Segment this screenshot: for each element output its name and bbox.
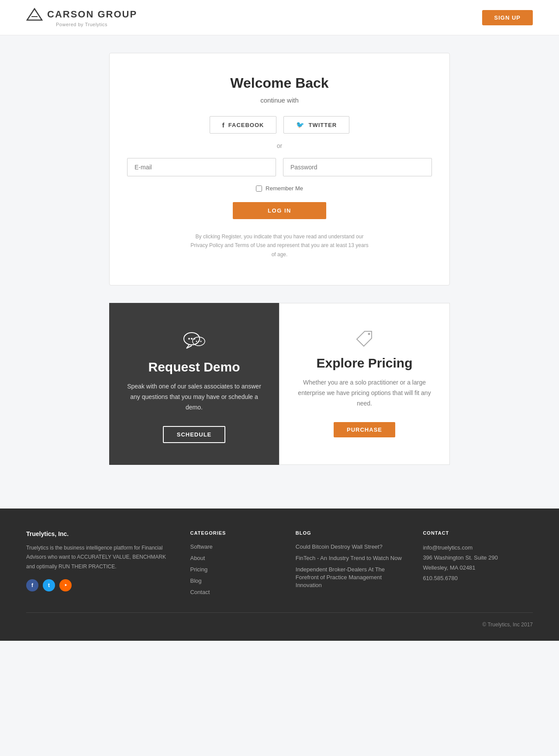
twitter-icon: 🐦 — [296, 121, 305, 129]
social-buttons: f FACEBOOK 🐦 TWITTER — [127, 116, 432, 134]
blog-link-2[interactable]: FinTech - An Industry Trend to Watch Now — [296, 555, 402, 561]
svg-point-10 — [368, 333, 370, 335]
or-divider: or — [127, 142, 432, 149]
footer-copyright: © Truelytics, Inc 2017 — [26, 612, 533, 628]
categories-list: Software About Pricing Blog Contact — [190, 543, 278, 596]
categories-title: CATEGORIES — [190, 530, 278, 536]
list-item: Software — [190, 543, 278, 550]
main-content: Welcome Back continue with f FACEBOOK 🐦 … — [0, 35, 559, 509]
svg-point-4 — [191, 338, 193, 340]
blog-link-1[interactable]: Could Bitcoin Destroy Wall Street? — [296, 543, 383, 550]
login-subtitle: continue with — [127, 96, 432, 104]
list-item: Blog — [190, 577, 278, 584]
purchase-button[interactable]: PURCHASE — [334, 422, 395, 437]
svg-point-7 — [196, 341, 197, 342]
list-item: Pricing — [190, 565, 278, 573]
header: CARSON GROUP Powered by Truelytics SIGN … — [0, 0, 559, 35]
blog-list: Could Bitcoin Destroy Wall Street? FinTe… — [296, 543, 406, 589]
facebook-social-icon[interactable]: f — [26, 579, 38, 591]
logo-powered-text: Powered by Truelytics — [56, 22, 107, 27]
demo-desc: Speak with one of our sales associates t… — [127, 381, 262, 412]
rss-social-icon[interactable]: ‣ — [59, 579, 72, 591]
login-button[interactable]: LOG IN — [233, 202, 326, 219]
password-input[interactable] — [283, 158, 432, 176]
blog-link[interactable]: Blog — [190, 577, 201, 584]
svg-point-9 — [200, 341, 202, 342]
footer-about-col: Truelytics, Inc. Truelytics is the busin… — [26, 530, 173, 599]
demo-title: Request Demo — [127, 360, 262, 375]
pricing-desc: Whether you are a solo practitioner or a… — [297, 378, 432, 409]
footer-social: f t ‣ — [26, 579, 173, 591]
svg-point-8 — [198, 341, 200, 342]
footer-grid: Truelytics, Inc. Truelytics is the busin… — [26, 530, 533, 599]
footer-contact-col: CONTACT info@truelytics.com 396 Washingt… — [423, 530, 533, 599]
login-card: Welcome Back continue with f FACEBOOK 🐦 … — [109, 53, 450, 285]
terms-text: By clicking Register, you indicate that … — [188, 232, 371, 259]
about-link[interactable]: About — [190, 555, 205, 561]
schedule-button[interactable]: SCHEDULE — [163, 426, 226, 443]
list-item: Could Bitcoin Destroy Wall Street? — [296, 543, 406, 550]
chat-icon — [182, 329, 206, 351]
credentials-row — [127, 158, 432, 176]
list-item: Contact — [190, 588, 278, 596]
contact-address1: 396 Washington St. Suite 290 — [423, 553, 533, 563]
blog-title: BLOG — [296, 530, 406, 536]
twitter-button[interactable]: 🐦 TWITTER — [283, 116, 349, 134]
logo: CARSON GROUP Powered by Truelytics — [26, 8, 137, 27]
contact-email: info@truelytics.com — [423, 543, 533, 553]
copyright-text: © Truelytics, Inc 2017 — [482, 622, 533, 628]
remember-row: Remember Me — [127, 185, 432, 192]
contact-address2: Wellesley, MA 02481 — [423, 563, 533, 573]
login-title: Welcome Back — [127, 75, 432, 91]
email-input[interactable] — [127, 158, 276, 176]
promo-pricing: Explore Pricing Whether you are a solo p… — [279, 303, 450, 464]
blog-link-3[interactable]: Independent Broker-Dealers At The Forefr… — [296, 566, 385, 588]
promo-sections: Request Demo Speak with one of our sales… — [109, 303, 450, 464]
contact-phone: 610.585.6780 — [423, 573, 533, 583]
contact-title: CONTACT — [423, 530, 533, 536]
pricing-title: Explore Pricing — [297, 356, 432, 371]
twitter-label: TWITTER — [308, 122, 337, 128]
remember-checkbox[interactable] — [256, 186, 262, 192]
tag-icon — [356, 330, 373, 347]
logo-brand-text: CARSON GROUP — [47, 9, 137, 20]
pricing-link[interactable]: Pricing — [190, 566, 207, 573]
footer-blog-col: BLOG Could Bitcoin Destroy Wall Street? … — [296, 530, 406, 599]
footer-company-name: Truelytics, Inc. — [26, 530, 173, 537]
svg-marker-0 — [27, 9, 42, 20]
footer: Truelytics, Inc. Truelytics is the busin… — [0, 509, 559, 641]
logo-icon — [26, 8, 43, 21]
promo-demo: Request Demo Speak with one of our sales… — [109, 303, 279, 464]
signup-button[interactable]: SIGN UP — [482, 10, 533, 25]
facebook-button[interactable]: f FACEBOOK — [210, 116, 277, 134]
list-item: Independent Broker-Dealers At The Forefr… — [296, 565, 406, 589]
list-item: About — [190, 554, 278, 562]
software-link[interactable]: Software — [190, 543, 212, 550]
twitter-social-icon[interactable]: t — [43, 579, 55, 591]
footer-categories-col: CATEGORIES Software About Pricing Blog C… — [190, 530, 278, 599]
facebook-icon: f — [222, 121, 225, 129]
contact-link[interactable]: Contact — [190, 589, 210, 595]
svg-point-3 — [188, 338, 190, 340]
facebook-label: FACEBOOK — [228, 122, 264, 128]
footer-company-desc: Truelytics is the business intelligence … — [26, 543, 173, 572]
remember-label: Remember Me — [266, 185, 303, 192]
list-item: FinTech - An Industry Trend to Watch Now — [296, 554, 406, 562]
